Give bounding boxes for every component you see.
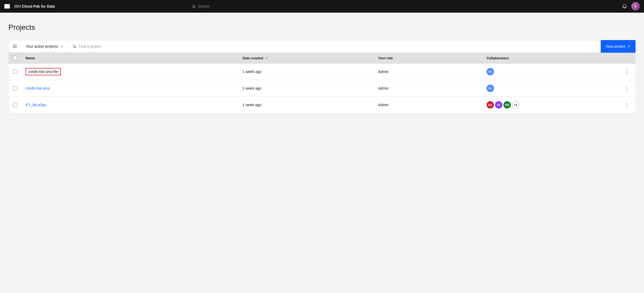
row-role-cell: Admin [374, 97, 482, 113]
toolbar-row: Your active projects New project + [8, 40, 636, 53]
row-role-cell: Admin [374, 80, 482, 97]
row-date-cell: 1 week ago [238, 97, 374, 113]
collaborator-avatar: SS [487, 85, 494, 92]
row-collaborators-cell: SS [482, 64, 618, 80]
row-name-cell: credit-risk-sms-file [21, 64, 238, 80]
table-row: credit-risk-sms-file1 week agoAdminSS⋮ [9, 64, 636, 80]
select-all-header [9, 53, 22, 64]
collaborator-avatar: IU [495, 101, 502, 109]
collaborator-avatar: KB [503, 101, 511, 109]
filter-icon [13, 44, 17, 48]
projects-table-body: credit-risk-sms-file1 week agoAdminSS⋮cr… [9, 64, 636, 113]
row-more-button[interactable]: ⋮ [622, 101, 631, 109]
row-actions-cell: ⋮ [618, 97, 636, 113]
global-search-input[interactable] [198, 4, 350, 8]
search-icon [192, 4, 196, 8]
project-search-bar [68, 41, 600, 52]
chevron-down-icon [60, 45, 64, 48]
row-actions-cell: ⋮ [618, 64, 636, 80]
notification-button[interactable] [620, 2, 629, 11]
row-name-cell: EY_MLxOps [21, 97, 238, 113]
search-icon [73, 44, 77, 48]
app-header: IBM Cloud Pak for Data T [0, 0, 644, 13]
active-projects-dropdown[interactable]: Your active projects [22, 41, 68, 52]
table-header-row: Name Date created Your role Collaborator… [9, 53, 636, 64]
row-checkbox-cell [9, 97, 22, 113]
name-column-header: Name [21, 53, 238, 64]
date-created-column-header[interactable]: Date created [238, 53, 374, 64]
collaborator-avatar: AA [487, 101, 494, 109]
collaborators-column-header: Collaborators [482, 53, 618, 64]
page-title: Projects [8, 23, 636, 32]
main-content: Projects Your active projects [0, 13, 644, 293]
row-checkbox-cell [9, 64, 22, 80]
actions-column-header [618, 53, 636, 64]
row-collaborators-cell: AAIUKB+1 [482, 97, 618, 113]
select-all-checkbox[interactable] [13, 56, 17, 60]
row-name-cell: credit-risk-sms [21, 80, 238, 97]
table-row: EY_MLxOps1 week agoAdminAAIUKB+1⋮ [9, 97, 636, 113]
new-project-label: New project [606, 44, 626, 48]
your-role-column-header: Your role [374, 53, 482, 64]
row-role-cell: Admin [374, 64, 482, 80]
user-avatar[interactable]: T [631, 2, 640, 11]
row-date-cell: 1 week ago [238, 64, 374, 80]
bell-icon [622, 4, 627, 9]
app-title: IBM Cloud Pak for Data [14, 4, 55, 8]
active-projects-label: Your active projects [26, 44, 58, 48]
table-row: credit-risk-sms1 week agoAdminSS⋮ [9, 80, 636, 97]
row-checkbox-cell [9, 80, 22, 97]
project-name-link[interactable]: EY_MLxOps [26, 103, 46, 107]
filter-button[interactable] [9, 41, 22, 52]
row-date-cell: 1 week ago [238, 80, 374, 97]
avatar-group: SS [487, 85, 614, 92]
project-name-selected[interactable]: credit-risk-sms-file [26, 68, 61, 75]
avatar-group: AAIUKB+1 [487, 101, 614, 109]
header-actions: T [620, 2, 640, 11]
row-actions-cell: ⋮ [618, 80, 636, 97]
row-checkbox[interactable] [13, 70, 17, 74]
global-search [192, 4, 350, 8]
avatar-group: SS [487, 68, 614, 75]
collaborator-avatar: SS [487, 68, 494, 75]
row-more-button[interactable]: ⋮ [622, 84, 631, 92]
collaborator-avatar: +1 [512, 101, 519, 109]
new-project-button[interactable]: New project + [601, 40, 636, 53]
projects-table: Name Date created Your role Collaborator… [8, 53, 636, 113]
row-more-button[interactable]: ⋮ [622, 68, 631, 76]
row-checkbox[interactable] [13, 103, 17, 107]
sort-desc-icon [265, 56, 268, 60]
new-project-plus-icon: + [627, 44, 630, 49]
hamburger-menu-button[interactable] [4, 4, 10, 9]
row-checkbox[interactable] [13, 86, 17, 90]
project-name-link[interactable]: credit-risk-sms [26, 86, 50, 90]
toolbar: Your active projects [8, 40, 601, 53]
row-collaborators-cell: SS [482, 80, 618, 97]
find-project-input[interactable] [79, 44, 596, 48]
